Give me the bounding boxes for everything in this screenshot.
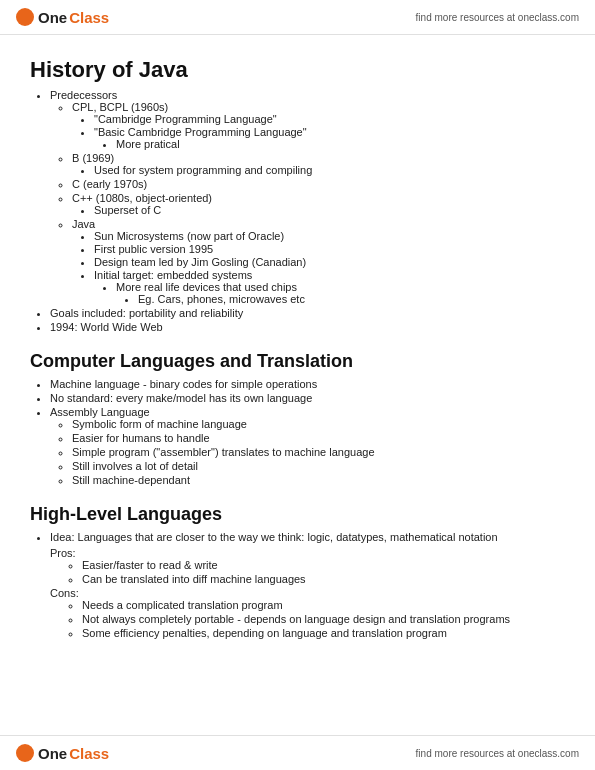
list-item-basic-cambridge: "Basic Cambridge Programming Language" M… <box>94 126 565 150</box>
list-item-c: C (early 1970s) <box>72 178 565 190</box>
footer-logo-icon <box>16 744 34 762</box>
list-item-more-pratical: More pratical <box>116 138 565 150</box>
list-item-efficiency: Some efficiency penalties, depending on … <box>82 627 565 639</box>
computer-languages-list: Machine language - binary codes for simp… <box>30 378 565 486</box>
list-item-easier-read: Easier/faster to read & write <box>82 559 565 571</box>
list-item-b: B (1969) Used for system programming and… <box>72 152 565 176</box>
list-item-no-standard: No standard: every make/model has its ow… <box>50 392 565 404</box>
page-footer: OneClass find more resources at oneclass… <box>0 735 595 770</box>
cons-list: Needs a complicated translation program … <box>60 599 565 639</box>
pros-list: Easier/faster to read & write Can be tra… <box>60 559 565 585</box>
logo-icon <box>16 8 34 26</box>
list-item-goals: Goals included: portability and reliabil… <box>50 307 565 319</box>
list-item-idea: Idea: Languages that are closer to the w… <box>50 531 565 543</box>
list-item-still-involves: Still involves a lot of detail <box>72 460 565 472</box>
footer-logo-class: Class <box>69 745 109 762</box>
assembly-list: Symbolic form of machine language Easier… <box>50 418 565 486</box>
footer-logo: OneClass <box>16 744 109 762</box>
list-item-1994: 1994: World Wide Web <box>50 321 565 333</box>
list-item-initial-target: Initial target: embedded systems More re… <box>94 269 565 305</box>
list-item-b-used: Used for system programming and compilin… <box>94 164 565 176</box>
list-item-translated: Can be translated into diff machine lang… <box>82 573 565 585</box>
page-header: OneClass find more resources at oneclass… <box>0 0 595 35</box>
cons-label: Cons: <box>50 587 565 599</box>
list-item-assembly: Assembly Language Symbolic form of machi… <box>50 406 565 486</box>
list-item-simple-program: Simple program ("assembler") translates … <box>72 446 565 458</box>
section-computer-languages: Computer Languages and Translation Machi… <box>30 351 565 486</box>
history-list: Predecessors CPL, BCPL (1960s) "Cambridg… <box>30 89 565 333</box>
list-item-machine-language: Machine language - binary codes for simp… <box>50 378 565 390</box>
initial-target-list: More real life devices that used chips E… <box>94 281 565 305</box>
real-life-list: Eg. Cars, phones, microwaves etc <box>116 293 565 305</box>
section-title-computer-languages: Computer Languages and Translation <box>30 351 565 372</box>
list-item-public-version: First public version 1995 <box>94 243 565 255</box>
list-item-still-machine: Still machine-dependant <box>72 474 565 486</box>
list-item-java: Java Sun Microsystems (now part of Oracl… <box>72 218 565 305</box>
list-item-sun: Sun Microsystems (now part of Oracle) <box>94 230 565 242</box>
b-list: Used for system programming and compilin… <box>72 164 565 176</box>
list-item-cambridge: "Cambridge Programming Language" <box>94 113 565 125</box>
pros-label: Pros: <box>50 547 565 559</box>
list-item-eg-cars: Eg. Cars, phones, microwaves etc <box>138 293 565 305</box>
logo-one: One <box>38 9 67 26</box>
header-tagline: find more resources at oneclass.com <box>416 12 579 23</box>
footer-logo-one: One <box>38 745 67 762</box>
list-item-complicated: Needs a complicated translation program <box>82 599 565 611</box>
footer-tagline: find more resources at oneclass.com <box>416 748 579 759</box>
list-item-symbolic: Symbolic form of machine language <box>72 418 565 430</box>
main-content: History of Java Predecessors CPL, BCPL (… <box>0 35 595 707</box>
list-item-more-real: More real life devices that used chips E… <box>116 281 565 305</box>
logo: OneClass <box>16 8 109 26</box>
list-item-superset: Superset of C <box>94 204 565 216</box>
section-title-history: History of Java <box>30 57 565 83</box>
basic-cambridge-list: More pratical <box>94 138 565 150</box>
list-item-predecessors: Predecessors CPL, BCPL (1960s) "Cambridg… <box>50 89 565 305</box>
logo-class: Class <box>69 9 109 26</box>
list-item-design-team: Design team led by Jim Gosling (Canadian… <box>94 256 565 268</box>
list-item-not-always: Not always completely portable - depends… <box>82 613 565 625</box>
cpp-list: Superset of C <box>72 204 565 216</box>
pros-cons: Pros: Easier/faster to read & write Can … <box>30 547 565 639</box>
list-item-easier-humans: Easier for humans to handle <box>72 432 565 444</box>
section-history-of-java: History of Java Predecessors CPL, BCPL (… <box>30 57 565 333</box>
predecessors-list: CPL, BCPL (1960s) "Cambridge Programming… <box>50 101 565 305</box>
section-high-level: High-Level Languages Idea: Languages tha… <box>30 504 565 639</box>
high-level-list: Idea: Languages that are closer to the w… <box>30 531 565 543</box>
section-title-high-level: High-Level Languages <box>30 504 565 525</box>
cpl-list: "Cambridge Programming Language" "Basic … <box>72 113 565 150</box>
list-item-cpp: C++ (1080s, object-oriented) Superset of… <box>72 192 565 216</box>
list-item-cpl: CPL, BCPL (1960s) "Cambridge Programming… <box>72 101 565 150</box>
java-list: Sun Microsystems (now part of Oracle) Fi… <box>72 230 565 305</box>
